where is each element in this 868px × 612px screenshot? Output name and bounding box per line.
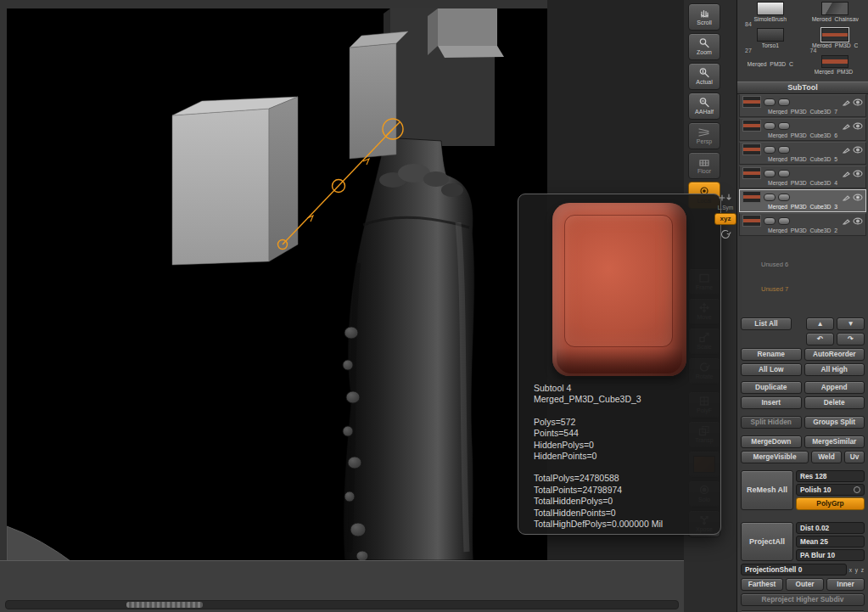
move-subtool-up-button[interactable]: ▲ <box>806 317 834 330</box>
polypaint-toggle[interactable] <box>764 170 776 177</box>
tool-thumb-torso[interactable]: Torso1 27 <box>739 27 802 53</box>
project-all-button[interactable]: ProjectAll <box>741 522 793 561</box>
list-all-button[interactable]: List All <box>741 317 792 330</box>
subtool-item-cube3d-2[interactable]: Merged_PM3D_Cube3D_2 <box>739 213 866 236</box>
horizontal-scrollbar-thumb[interactable] <box>126 602 203 608</box>
shift-subtool-down-button[interactable]: ↷ <box>837 333 865 345</box>
radial-symmetry-icon[interactable] <box>719 227 732 241</box>
subtool-info-popup: Subtool 4 Merged_PM3D_Cube3D_3 Polys=572… <box>518 194 721 535</box>
floor-button[interactable]: Floor <box>688 152 720 179</box>
tool-thumb-chainsaw[interactable]: Merged_Chainsav <box>804 1 867 27</box>
move-subtool-down-button[interactable]: ▼ <box>837 317 865 330</box>
edit-icon[interactable] <box>843 98 850 106</box>
uv-toggle[interactable] <box>778 217 790 225</box>
merge-down-button[interactable]: MergeDown <box>741 435 802 448</box>
actual-button[interactable]: Actual <box>688 63 720 90</box>
polygrp-button[interactable]: PolyGrp <box>796 497 865 510</box>
bottom-bar <box>0 560 684 612</box>
uv-button[interactable]: Uv <box>844 451 865 463</box>
viewport-canvas[interactable] <box>7 8 547 560</box>
rename-button[interactable]: Rename <box>741 348 802 361</box>
subtool-item-unused-7[interactable]: Unused 7 <box>739 283 866 295</box>
outer-button[interactable]: Outer <box>786 578 824 591</box>
subtool-item-cube3d-4[interactable]: Merged_PM3D_Cube3D_4 <box>739 166 866 188</box>
subtool-thumbnail[interactable] <box>742 96 761 108</box>
tool-thumb-cube-selected[interactable]: Merged_PM3D_C 74 <box>804 27 867 53</box>
edit-icon[interactable] <box>843 170 850 177</box>
edit-icon[interactable] <box>843 146 850 154</box>
subtool-thumbnail[interactable] <box>742 191 761 203</box>
autoreorder-button[interactable]: AutoReorder <box>804 348 865 361</box>
reproject-higher-subdiv-button[interactable]: Reproject Higher Subdiv <box>741 593 865 606</box>
eye-icon[interactable] <box>853 98 863 106</box>
uv-toggle[interactable] <box>778 98 790 106</box>
subtool-list: Merged_PM3D_Cube3D_7 Merged_PM3D_Cube3D_… <box>737 94 868 295</box>
axis-letters-label[interactable]: x y z <box>849 567 865 573</box>
tool-thumb-cube2[interactable]: Merged_PM3D_ <box>804 54 867 81</box>
subtool-thumbnail[interactable] <box>742 167 761 179</box>
append-button[interactable]: Append <box>804 381 865 394</box>
uv-toggle[interactable] <box>778 194 790 201</box>
merge-similar-button[interactable]: MergeSimilar <box>804 435 865 448</box>
remesh-all-button[interactable]: ReMesh All <box>741 470 793 510</box>
insert-button[interactable]: Insert <box>741 396 802 409</box>
zoom-button[interactable]: Zoom <box>688 33 720 60</box>
eye-icon[interactable] <box>853 170 863 177</box>
persp-button[interactable]: Persp <box>688 122 720 149</box>
axis-cluster: L.Sym xyz <box>714 194 737 241</box>
popup-total-highdef: TotalHighDefPolys=0.000000 Mil <box>534 519 705 530</box>
xyz-symmetry-button[interactable]: xyz <box>714 213 736 225</box>
subtool-thumbnail[interactable] <box>742 143 761 155</box>
symmetry-axes-icon[interactable] <box>716 194 735 202</box>
split-hidden-button[interactable]: Split Hidden <box>741 416 802 429</box>
perspective-icon <box>697 126 711 138</box>
polypaint-toggle[interactable] <box>764 217 776 225</box>
delete-button[interactable]: Delete <box>804 396 865 409</box>
tool-thumb-simplebrush[interactable]: SimpleBrush 84 <box>739 1 802 27</box>
uv-toggle[interactable] <box>778 146 790 154</box>
merge-visible-button[interactable]: MergeVisible <box>741 451 809 463</box>
polypaint-toggle[interactable] <box>764 194 776 201</box>
subtool-item-cube3d-6[interactable]: Merged_PM3D_Cube3D_6 <box>739 118 866 141</box>
mean-slider[interactable]: Mean 25 <box>796 536 865 547</box>
scroll-button[interactable]: Scroll <box>688 3 720 31</box>
shift-subtool-up-button[interactable]: ↶ <box>806 333 834 345</box>
eye-icon[interactable] <box>853 122 863 130</box>
groups-split-button[interactable]: Groups Split <box>804 416 865 429</box>
eye-icon[interactable] <box>853 217 863 225</box>
duplicate-button[interactable]: Duplicate <box>741 381 802 394</box>
uv-toggle[interactable] <box>778 170 790 177</box>
all-high-button[interactable]: All High <box>804 363 865 376</box>
eye-icon[interactable] <box>853 194 863 201</box>
subtool-item-cube3d-5[interactable]: Merged_PM3D_Cube3D_5 <box>739 142 866 165</box>
polypaint-toggle[interactable] <box>764 122 776 130</box>
subtool-item-unused-6[interactable]: Unused 6 <box>739 258 866 271</box>
subtool-thumbnail[interactable] <box>742 120 761 132</box>
pa-blur-slider[interactable]: PA Blur 10 <box>796 549 865 561</box>
local-symmetry-label[interactable]: L.Sym <box>718 205 733 211</box>
subtool-item-cube3d-3-selected[interactable]: Merged_PM3D_Cube3D_3 <box>739 189 866 212</box>
polypaint-toggle[interactable] <box>764 98 776 106</box>
subtool-item-cube3d-7[interactable]: Merged_PM3D_Cube3D_7 <box>739 94 866 117</box>
polish-mode-dot-icon[interactable] <box>854 486 860 493</box>
edit-icon[interactable] <box>843 217 850 225</box>
subtool-actions: List All ▲ ▼ ↶ ↷ Rename AutoReorder All … <box>737 295 868 612</box>
subtool-thumbnail[interactable] <box>742 215 761 227</box>
res-slider[interactable]: Res 128 <box>796 470 865 482</box>
polish-slider[interactable]: Polish 10 <box>796 484 865 496</box>
polypaint-toggle[interactable] <box>764 146 776 154</box>
edit-icon[interactable] <box>843 194 850 201</box>
subtool-section-header[interactable]: SubTool <box>737 81 868 94</box>
eye-icon[interactable] <box>853 146 863 154</box>
horizontal-scrollbar-track[interactable] <box>5 600 679 609</box>
inner-button[interactable]: Inner <box>826 578 865 591</box>
tool-thumb-cube[interactable]: Merged_PM3D_C <box>739 54 802 81</box>
uv-toggle[interactable] <box>778 122 790 130</box>
projection-shell-slider[interactable]: ProjectionShell 0 <box>741 564 847 576</box>
dist-slider[interactable]: Dist 0.02 <box>796 522 865 534</box>
weld-button[interactable]: Weld <box>811 451 842 463</box>
all-low-button[interactable]: All Low <box>741 363 802 376</box>
edit-icon[interactable] <box>843 122 850 130</box>
farthest-button[interactable]: Farthest <box>741 578 783 591</box>
aahalf-button[interactable]: AAHalf <box>688 93 720 120</box>
